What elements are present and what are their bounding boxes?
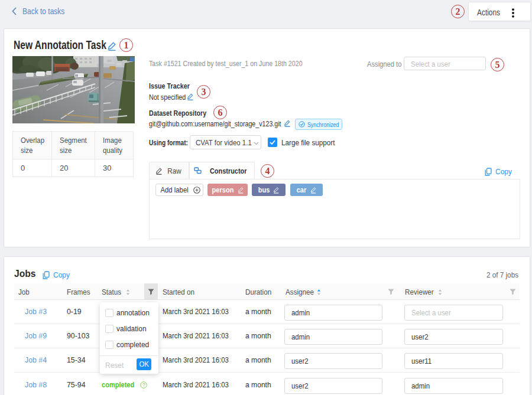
svg-text:?: ? — [142, 382, 145, 388]
